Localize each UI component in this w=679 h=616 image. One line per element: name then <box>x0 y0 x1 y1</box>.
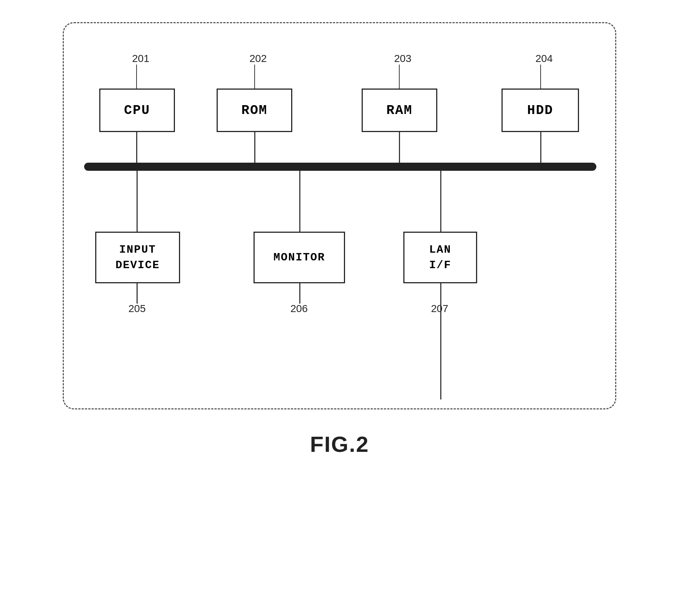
lan-if-box: LANI/F <box>403 232 477 283</box>
connector-bus-inputdevice <box>137 171 138 232</box>
page-container: 201 202 203 204 CPU ROM RAM HDD <box>0 0 679 616</box>
monitor-label: MONITOR <box>273 251 325 264</box>
ram-box: RAM <box>362 89 437 132</box>
connector-bus-lanif <box>440 171 441 232</box>
ram-label: RAM <box>386 103 413 118</box>
hdd-box: HDD <box>502 89 579 132</box>
tick-203 <box>399 65 400 89</box>
ref-207: 207 <box>431 303 448 315</box>
hdd-label: HDD <box>527 103 554 118</box>
connector-hdd-bus <box>540 132 541 165</box>
tick-connector-205 <box>137 283 138 304</box>
input-device-label: INPUTDEVICE <box>116 242 160 273</box>
tick-connector-206 <box>299 283 300 304</box>
cpu-box: CPU <box>99 89 175 132</box>
cpu-label: CPU <box>124 103 150 118</box>
ref-202: 202 <box>249 53 267 65</box>
lan-if-ext-line <box>440 304 441 399</box>
ref-203: 203 <box>394 53 411 65</box>
monitor-box: MONITOR <box>254 232 345 283</box>
tick-204 <box>540 65 541 89</box>
tick-connector-207 <box>440 283 441 304</box>
ref-201: 201 <box>132 53 149 65</box>
ref-206: 206 <box>290 303 308 315</box>
tick-201 <box>136 65 137 89</box>
rom-label: ROM <box>241 103 268 118</box>
connector-rom-bus <box>254 132 255 165</box>
ref-204: 204 <box>535 53 553 65</box>
diagram-container: 201 202 203 204 CPU ROM RAM HDD <box>63 22 616 409</box>
connector-cpu-bus <box>136 132 137 165</box>
connector-bus-monitor <box>299 171 300 232</box>
rom-box: ROM <box>217 89 292 132</box>
figure-caption: FIG.2 <box>310 432 369 457</box>
lan-if-label: LANI/F <box>429 242 451 273</box>
ref-205: 205 <box>128 303 146 315</box>
tick-202 <box>254 65 255 89</box>
bus-line <box>84 163 596 171</box>
connector-ram-bus <box>399 132 400 165</box>
input-device-box: INPUTDEVICE <box>95 232 180 283</box>
